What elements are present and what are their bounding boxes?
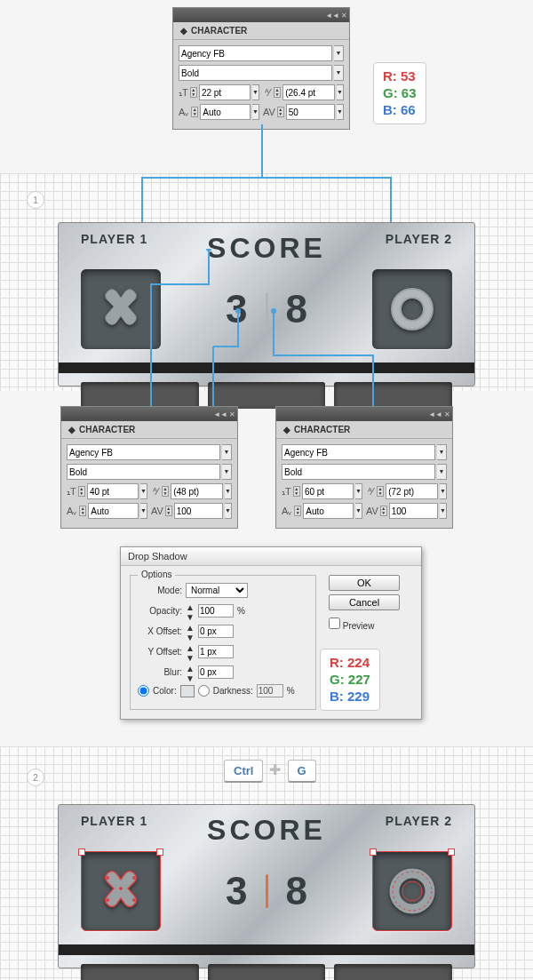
chevron-down-icon[interactable]: ▼ xyxy=(437,464,447,480)
chevron-down-icon[interactable]: ▼ xyxy=(440,483,447,499)
chevron-down-icon[interactable]: ▼ xyxy=(440,503,447,519)
font-family-select[interactable] xyxy=(67,444,220,460)
slot xyxy=(334,382,452,409)
font-weight-select[interactable] xyxy=(179,65,332,81)
panel-title: CHARACTER xyxy=(79,425,135,434)
font-size-input[interactable] xyxy=(199,84,251,100)
font-size-input[interactable] xyxy=(302,483,354,499)
svg-point-9 xyxy=(106,898,109,902)
rgb-g: G: 227 xyxy=(330,672,370,689)
color-radio[interactable] xyxy=(138,685,149,697)
game-score-panel: PLAYER 1 SCORE PLAYER 2 3 8 xyxy=(58,222,475,386)
cancel-button[interactable]: Cancel xyxy=(329,594,400,610)
tracking-input[interactable] xyxy=(389,503,438,519)
chevron-down-icon[interactable]: ▼ xyxy=(225,503,232,519)
leading-input[interactable] xyxy=(386,483,438,499)
collapse-icon[interactable]: ◄◄ xyxy=(325,12,339,20)
percent-label: % xyxy=(287,686,295,696)
close-icon[interactable]: ✕ xyxy=(341,12,347,20)
tracking-icon: AV xyxy=(263,105,275,119)
stepper[interactable]: ▲▼ xyxy=(186,643,195,659)
blur-input[interactable] xyxy=(198,665,234,679)
xoffset-input[interactable] xyxy=(198,625,234,638)
separator-bar xyxy=(59,363,474,373)
keyboard-shortcut: Ctrl ✚ G xyxy=(224,760,316,783)
chevron-down-icon[interactable]: ▼ xyxy=(222,444,232,460)
chevron-down-icon[interactable]: ▼ xyxy=(225,483,232,499)
chevron-down-icon[interactable]: ▼ xyxy=(337,104,344,120)
chevron-down-icon[interactable]: ▼ xyxy=(252,104,259,120)
leading-input[interactable] xyxy=(171,483,223,499)
tracking-input[interactable] xyxy=(174,503,223,519)
collapse-icon[interactable]: ◄◄ xyxy=(213,410,227,418)
stepper[interactable]: ▲▼ xyxy=(294,506,301,516)
stepper[interactable]: ▲▼ xyxy=(186,623,195,639)
darkness-label: Darkness: xyxy=(213,686,253,696)
score-right: 8 xyxy=(286,869,307,913)
panel-tab[interactable]: ◆ CHARACTER xyxy=(276,421,452,439)
chevron-down-icon[interactable]: ▼ xyxy=(355,503,362,519)
g-key: G xyxy=(288,760,316,783)
kerning-input[interactable] xyxy=(88,503,139,519)
stepper[interactable]: ▲▼ xyxy=(277,107,284,117)
font-size-icon: ₁T xyxy=(282,484,291,498)
score-label: SCORE xyxy=(207,814,326,847)
opacity-input[interactable] xyxy=(198,604,234,617)
leading-icon: ᴬ⁄ xyxy=(263,85,272,100)
chevron-down-icon[interactable]: ▼ xyxy=(337,84,344,100)
chevron-down-icon[interactable]: ▼ xyxy=(334,45,344,61)
player1-tile-selected[interactable] xyxy=(81,851,161,931)
panel-tab[interactable]: ◆ CHARACTER xyxy=(61,421,237,439)
ok-button[interactable]: OK xyxy=(329,575,400,591)
font-weight-select[interactable] xyxy=(67,464,220,480)
stepper[interactable]: ▲▼ xyxy=(162,486,169,497)
options-group: Options Mode:Normal Opacity:▲▼% X Offset… xyxy=(130,575,316,710)
font-size-input[interactable] xyxy=(87,483,139,499)
stepper[interactable]: ▲▼ xyxy=(293,486,300,497)
chevron-down-icon[interactable]: ▼ xyxy=(437,444,447,460)
chevron-down-icon[interactable]: ▼ xyxy=(222,464,232,480)
preview-checkbox-label[interactable]: Preview xyxy=(329,617,400,631)
stepper[interactable]: ▲▼ xyxy=(274,87,281,98)
leading-input[interactable] xyxy=(282,84,335,100)
font-family-select[interactable] xyxy=(179,45,332,61)
stepper[interactable]: ▲▼ xyxy=(190,87,197,98)
rgb-b: B: 66 xyxy=(383,102,417,119)
player2-tile-selected[interactable] xyxy=(372,851,452,931)
player1-tile xyxy=(81,269,161,349)
player2-label: PLAYER 2 xyxy=(386,814,452,847)
chevron-down-icon[interactable]: ▼ xyxy=(140,503,147,519)
stepper[interactable]: ▲▼ xyxy=(380,506,387,516)
chevron-down-icon[interactable]: ▼ xyxy=(252,84,259,100)
stepper[interactable]: ▲▼ xyxy=(186,602,195,618)
player1-label: PLAYER 1 xyxy=(81,814,147,847)
stepper[interactable]: ▲▼ xyxy=(191,107,198,117)
kerning-input[interactable] xyxy=(200,104,251,120)
font-size-icon: ₁T xyxy=(67,484,76,498)
chevron-down-icon[interactable]: ▼ xyxy=(140,483,147,499)
x-piece-icon xyxy=(99,287,143,331)
darkness-radio[interactable] xyxy=(198,685,210,697)
mode-select[interactable]: Normal xyxy=(186,583,248,598)
stepper[interactable]: ▲▼ xyxy=(79,506,86,516)
stepper[interactable]: ▲▼ xyxy=(186,664,195,680)
tracking-input[interactable] xyxy=(286,104,335,120)
chevron-down-icon[interactable]: ▼ xyxy=(355,483,362,499)
preview-checkbox[interactable] xyxy=(329,617,340,629)
separator-bar xyxy=(59,944,474,955)
stepper[interactable]: ▲▼ xyxy=(165,506,172,516)
close-icon[interactable]: ✕ xyxy=(444,410,450,418)
panel-tab[interactable]: ◆ CHARACTER xyxy=(173,22,349,40)
color-swatch[interactable] xyxy=(180,685,195,697)
stepper[interactable]: ▲▼ xyxy=(78,486,85,497)
collapse-icon[interactable]: ◄◄ xyxy=(428,410,442,418)
font-weight-select[interactable] xyxy=(282,464,435,480)
yoffset-input[interactable] xyxy=(198,645,234,658)
yoffset-label: Y Offset: xyxy=(138,647,182,657)
rgb-r: R: 53 xyxy=(383,68,417,85)
stepper[interactable]: ▲▼ xyxy=(377,486,384,497)
chevron-down-icon[interactable]: ▼ xyxy=(334,65,344,81)
font-family-select[interactable] xyxy=(282,444,435,460)
kerning-input[interactable] xyxy=(303,503,354,519)
close-icon[interactable]: ✕ xyxy=(229,410,235,418)
